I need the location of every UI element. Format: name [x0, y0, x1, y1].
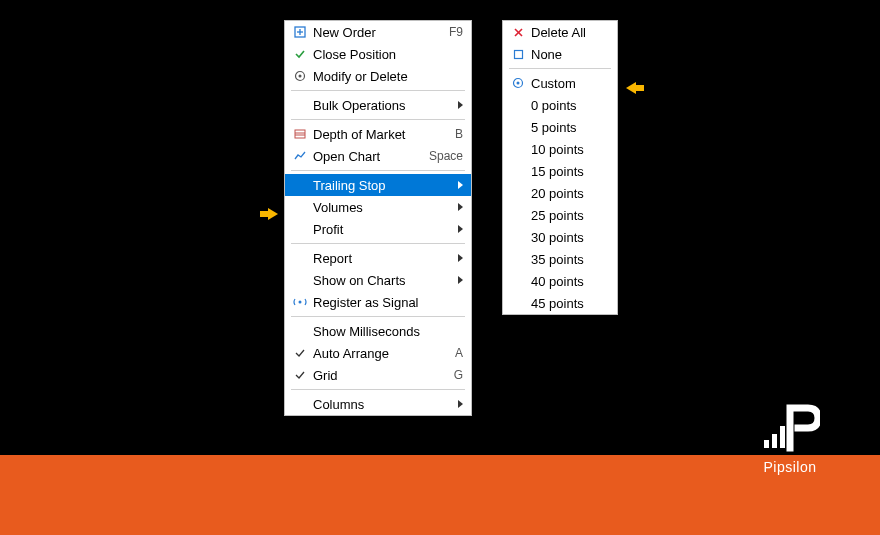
menu-label: Open Chart — [309, 149, 423, 164]
menu-separator — [291, 90, 465, 91]
submenu-item-custom[interactable]: Custom — [503, 72, 617, 94]
menu-label: 5 points — [527, 120, 609, 135]
menu-label: None — [527, 47, 609, 62]
brand-name: Pipsilon — [760, 459, 820, 475]
menu-label: Delete All — [527, 25, 609, 40]
chevron-right-icon — [458, 225, 463, 233]
menu-label: New Order — [309, 25, 443, 40]
menu-label: Profit — [309, 222, 452, 237]
menu-label: Modify or Delete — [309, 69, 463, 84]
chevron-right-icon — [458, 181, 463, 189]
menu-separator — [509, 68, 611, 69]
chevron-right-icon — [458, 276, 463, 284]
menu-separator — [291, 389, 465, 390]
delete-icon — [509, 27, 527, 38]
logo-icon — [760, 402, 820, 454]
brand-logo: Pipsilon — [760, 402, 820, 475]
svg-rect-5 — [295, 130, 305, 138]
chevron-right-icon — [458, 254, 463, 262]
context-menu-main: New Order F9 Close Position Modify or De… — [284, 20, 472, 416]
menu-label: Depth of Market — [309, 127, 449, 142]
svg-rect-14 — [764, 440, 769, 448]
menu-label: Bulk Operations — [309, 98, 452, 113]
menu-item-bulk-operations[interactable]: Bulk Operations — [285, 94, 471, 116]
check-icon — [291, 369, 309, 381]
context-menu-trailing-stop: Delete All None Custom 0 points 5 points… — [502, 20, 618, 315]
signal-icon — [291, 296, 309, 308]
menu-item-show-milliseconds[interactable]: Show Milliseconds — [285, 320, 471, 342]
menu-shortcut: G — [448, 368, 463, 382]
menu-item-modify-delete[interactable]: Modify or Delete — [285, 65, 471, 87]
menu-label: Custom — [527, 76, 609, 91]
svg-rect-16 — [780, 426, 785, 448]
checkmark-icon — [291, 48, 309, 60]
menu-label: Trailing Stop — [309, 178, 452, 193]
submenu-item-delete-all[interactable]: Delete All — [503, 21, 617, 43]
submenu-item-none[interactable]: None — [503, 43, 617, 65]
menu-separator — [291, 119, 465, 120]
chevron-right-icon — [458, 101, 463, 109]
menu-label: 35 points — [527, 252, 609, 267]
menu-shortcut: Space — [423, 149, 463, 163]
menu-item-volumes[interactable]: Volumes — [285, 196, 471, 218]
menu-label: Report — [309, 251, 452, 266]
menu-item-columns[interactable]: Columns — [285, 393, 471, 415]
menu-label: 0 points — [527, 98, 609, 113]
menu-label: 10 points — [527, 142, 609, 157]
submenu-item-points[interactable]: 10 points — [503, 138, 617, 160]
none-icon — [509, 49, 527, 60]
check-icon — [291, 347, 309, 359]
submenu-item-points[interactable]: 40 points — [503, 270, 617, 292]
menu-label: Volumes — [309, 200, 452, 215]
menu-item-close-position[interactable]: Close Position — [285, 43, 471, 65]
submenu-item-points[interactable]: 35 points — [503, 248, 617, 270]
menu-item-grid[interactable]: Grid G — [285, 364, 471, 386]
menu-shortcut: F9 — [443, 25, 463, 39]
menu-separator — [291, 243, 465, 244]
menu-label: Show on Charts — [309, 273, 452, 288]
arrow-indicator-left — [258, 208, 278, 220]
new-order-icon — [291, 26, 309, 38]
arrow-indicator-right — [626, 82, 646, 94]
menu-label: 20 points — [527, 186, 609, 201]
menu-item-show-on-charts[interactable]: Show on Charts — [285, 269, 471, 291]
menu-separator — [291, 316, 465, 317]
menu-item-register-signal[interactable]: Register as Signal — [285, 291, 471, 313]
menu-label: Register as Signal — [309, 295, 463, 310]
chevron-right-icon — [458, 203, 463, 211]
svg-rect-15 — [772, 434, 777, 448]
gear-icon — [291, 70, 309, 82]
table-icon — [291, 128, 309, 140]
svg-rect-11 — [514, 50, 522, 58]
menu-item-report[interactable]: Report — [285, 247, 471, 269]
submenu-item-points[interactable]: 25 points — [503, 204, 617, 226]
menu-separator — [291, 170, 465, 171]
menu-label: 25 points — [527, 208, 609, 223]
submenu-item-points[interactable]: 15 points — [503, 160, 617, 182]
menu-label: 45 points — [527, 296, 609, 311]
submenu-item-points[interactable]: 45 points — [503, 292, 617, 314]
submenu-item-points[interactable]: 30 points — [503, 226, 617, 248]
menu-item-profit[interactable]: Profit — [285, 218, 471, 240]
submenu-item-points[interactable]: 5 points — [503, 116, 617, 138]
submenu-item-points[interactable]: 20 points — [503, 182, 617, 204]
chart-icon — [291, 150, 309, 162]
menu-shortcut: B — [449, 127, 463, 141]
menu-item-open-chart[interactable]: Open Chart Space — [285, 145, 471, 167]
menu-label: Auto Arrange — [309, 346, 449, 361]
menu-shortcut: A — [449, 346, 463, 360]
menu-item-new-order[interactable]: New Order F9 — [285, 21, 471, 43]
svg-point-13 — [517, 82, 520, 85]
menu-label: Grid — [309, 368, 448, 383]
menu-label: 40 points — [527, 274, 609, 289]
menu-label: Close Position — [309, 47, 463, 62]
menu-label: Show Milliseconds — [309, 324, 463, 339]
menu-label: 15 points — [527, 164, 609, 179]
menu-item-depth-of-market[interactable]: Depth of Market B — [285, 123, 471, 145]
menu-item-auto-arrange[interactable]: Auto Arrange A — [285, 342, 471, 364]
menu-label: 30 points — [527, 230, 609, 245]
svg-point-8 — [299, 301, 302, 304]
menu-item-trailing-stop[interactable]: Trailing Stop — [285, 174, 471, 196]
submenu-item-points[interactable]: 0 points — [503, 94, 617, 116]
chevron-right-icon — [458, 400, 463, 408]
